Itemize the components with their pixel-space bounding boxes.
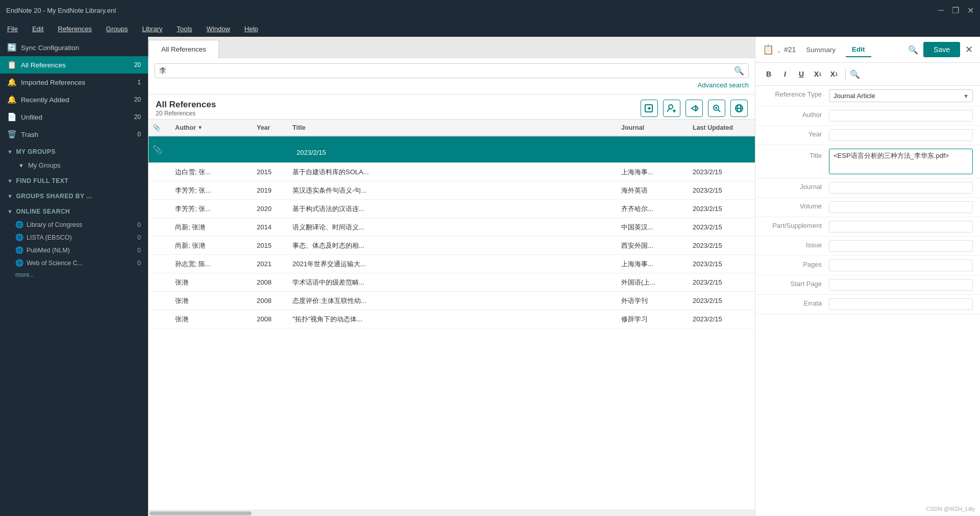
row-updated-5: 2023/2/15 — [689, 239, 755, 252]
menu-help[interactable]: Help — [242, 24, 260, 34]
sidebar-section-online-search[interactable]: ▼ ONLINE SEARCH — [0, 203, 148, 218]
globe-button[interactable] — [730, 100, 748, 117]
journal-input[interactable] — [829, 182, 973, 194]
col-header-year[interactable]: Year — [253, 120, 288, 135]
window-controls[interactable]: ─ ❐ ✕ — [938, 6, 974, 15]
part-supplement-input[interactable] — [829, 221, 973, 232]
search-icon[interactable]: 🔍 — [734, 66, 744, 76]
tab-all-references[interactable]: All References — [149, 40, 219, 58]
table-row[interactable]: 尚新; 张滟 2015 事态、体态及时态的相... 西安外国... 2023/2… — [149, 237, 755, 255]
sidebar-item-library-of-congress[interactable]: 🌐 Library of Congress 0 — [0, 218, 148, 231]
main-content: 🔄 Sync Configuration 📋 All References 20… — [0, 37, 980, 516]
sidebar-item-my-groups[interactable]: ▼ My Groups — [0, 158, 148, 172]
field-select-wrap-reference-type: Journal Article Book Book Section Confer… — [829, 89, 973, 102]
row-title-8: 态度评价:主体互联性幼... — [288, 293, 617, 309]
table-row[interactable]: 李芳芳; 张... 2020 基于构式语法的汉语连... 齐齐哈尔... 202… — [149, 200, 755, 218]
col-header-updated[interactable]: Last Updated — [689, 120, 755, 135]
pubmed-badge: 0 — [137, 247, 141, 254]
sidebar-trash-label: Trash — [21, 131, 38, 138]
menu-window[interactable]: Window — [205, 24, 232, 34]
sidebar-item-lista[interactable]: 🌐 LISTA (EBSCO) 0 — [0, 231, 148, 244]
sidebar-item-imported[interactable]: 🔔 Imported References 1 — [0, 74, 148, 91]
col-header-author[interactable]: Author ▼ — [171, 120, 253, 135]
table-row[interactable]: 边白雪; 张... 2015 基于自建语料库的SOLA... 上海海事... 2… — [149, 163, 755, 181]
format-underline-button[interactable]: U — [794, 67, 808, 81]
sidebar-item-web-of-science[interactable]: 🌐 Web of Science C... 0 — [0, 256, 148, 269]
menu-edit[interactable]: Edit — [30, 24, 45, 34]
year-input[interactable] — [829, 129, 973, 141]
issue-input[interactable] — [829, 240, 973, 252]
sidebar-item-trash[interactable]: 🗑️ Trash 0 — [0, 126, 148, 143]
web-of-science-badge: 0 — [137, 260, 141, 267]
add-user-button[interactable] — [663, 100, 680, 117]
right-close-button[interactable]: ✕ — [965, 44, 973, 55]
maximize-button[interactable]: ❐ — [952, 6, 959, 15]
sidebar-more-link[interactable]: more... — [0, 269, 148, 280]
search-db-button[interactable] — [708, 100, 725, 117]
sidebar-imported-label: Imported References — [21, 79, 85, 86]
all-refs-badge: 20 — [131, 61, 141, 68]
row-attach-3 — [149, 206, 171, 212]
field-label-author: Author — [763, 110, 829, 119]
right-search-icon[interactable]: 🔍 — [908, 45, 918, 55]
field-label-volume: Volume — [763, 201, 829, 210]
table-row[interactable]: 李芳芳; 张... 2019 英汉违实条件句语义-句... 海外英语 2023/… — [149, 181, 755, 200]
tab-summary[interactable]: Summary — [800, 43, 842, 57]
add-reference-button[interactable] — [641, 100, 658, 117]
table-row[interactable]: 孙志宽; 陈... 2021 2021年世界交通运输大... 上海海事... 2… — [149, 255, 755, 273]
sidebar-item-recent[interactable]: 🔔 Recently Added 20 — [0, 91, 148, 108]
menu-library[interactable]: Library — [140, 24, 164, 34]
sidebar-section-my-groups[interactable]: ▼ MY GROUPS — [0, 143, 148, 158]
sidebar-item-pubmed[interactable]: 🌐 PubMed (NLM) 0 — [0, 244, 148, 256]
start-page-input[interactable] — [829, 279, 973, 291]
sidebar-unfiled-label: Unfiled — [21, 113, 42, 121]
table-row[interactable]: 张滟 2008 态度评价:主体互联性幼... 外语学刊 2023/2/15 — [149, 292, 755, 310]
format-subscript-button[interactable]: X1 — [827, 67, 841, 81]
hscroll-thumb[interactable] — [150, 511, 252, 515]
row-updated-3: 2023/2/15 — [689, 202, 755, 216]
table-hscroll[interactable] — [149, 510, 755, 516]
field-label-journal: Journal — [763, 182, 829, 191]
col-header-title[interactable]: Title — [288, 120, 617, 135]
refs-title-group: All References 20 References — [156, 100, 216, 117]
author-input[interactable] — [829, 110, 973, 122]
format-bold-button[interactable]: B — [762, 67, 776, 81]
sidebar-sync-label: Sync Configuration — [21, 44, 79, 52]
pubmed-icon: 🌐 — [15, 246, 23, 254]
find-full-text-chevron-icon: ▼ — [7, 178, 13, 184]
row-author-3: 李芳芳; 张... — [171, 201, 253, 217]
table-row[interactable]: 张滟 2008 "拓扑"视角下的动态体... 修辞学习 2023/2/15 — [149, 310, 755, 329]
col-header-journal[interactable]: Journal — [617, 120, 689, 135]
table-row[interactable]: 📎 2023/2/15 — [149, 136, 755, 163]
search-input[interactable] — [159, 67, 731, 75]
field-author: Author — [755, 106, 980, 126]
table-row[interactable]: 尚新; 张滟 2014 语义翻译论、时间语义... 中国英汉... 2023/2… — [149, 218, 755, 237]
tab-edit[interactable]: Edit — [846, 42, 871, 57]
my-groups-sub-chevron-icon: ▼ — [18, 162, 24, 169]
errata-input[interactable] — [829, 298, 973, 310]
sidebar-item-unfiled[interactable]: 📄 Unfiled 20 — [0, 108, 148, 126]
volume-input[interactable] — [829, 201, 973, 213]
sidebar-section-find-full-text[interactable]: ▼ FIND FULL TEXT — [0, 172, 148, 187]
pages-input[interactable] — [829, 260, 973, 271]
row-year-4: 2014 — [253, 220, 288, 234]
minimize-button[interactable]: ─ — [938, 6, 944, 15]
format-superscript-button[interactable]: X1 — [811, 67, 825, 81]
sidebar-item-sync[interactable]: 🔄 Sync Configuration — [0, 39, 148, 56]
row-attach-0: 📎 — [149, 142, 171, 157]
title-input[interactable]: <ESP语言分析的三种方法_李华东.pdf> — [829, 149, 973, 174]
reference-type-select[interactable]: Journal Article Book Book Section Confer… — [829, 89, 973, 102]
advanced-search-link[interactable]: Advanced search — [155, 81, 749, 89]
menu-references[interactable]: References — [56, 24, 93, 34]
sidebar-section-groups-shared[interactable]: ▼ GROUPS SHARED BY ... — [0, 187, 148, 203]
format-search-icon[interactable]: 🔍 — [850, 69, 860, 79]
menu-groups[interactable]: Groups — [104, 24, 130, 34]
menu-tools[interactable]: Tools — [175, 24, 194, 34]
menu-file[interactable]: File — [5, 24, 20, 34]
table-row[interactable]: 张滟 2008 学术话语中的级差范畴... 外国语(上... 2023/2/15 — [149, 273, 755, 292]
save-button[interactable]: Save — [923, 42, 960, 57]
share-button[interactable] — [685, 100, 703, 117]
format-italic-button[interactable]: I — [778, 67, 792, 81]
close-button[interactable]: ✕ — [967, 6, 974, 15]
sidebar-item-all-refs[interactable]: 📋 All References 20 — [0, 56, 148, 74]
